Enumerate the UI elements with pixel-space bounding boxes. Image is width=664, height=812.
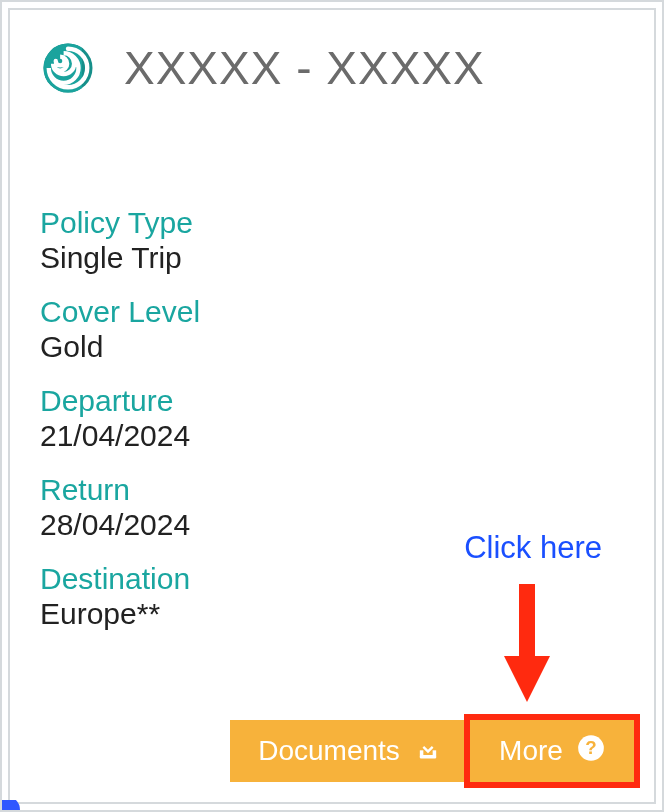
- outer-frame: XXXXX - XXXXX Policy Type Single Trip Co…: [0, 0, 664, 812]
- field-label: Departure: [40, 384, 624, 419]
- help-circle-icon: ?: [577, 734, 605, 769]
- svg-rect-7: [432, 750, 436, 756]
- page-title: XXXXX - XXXXX: [124, 41, 485, 95]
- field-label: Cover Level: [40, 295, 624, 330]
- field-value: Single Trip: [40, 241, 624, 276]
- field-cover-level: Cover Level Gold: [40, 295, 624, 364]
- documents-button-label: Documents: [258, 735, 400, 767]
- field-label: Return: [40, 473, 624, 508]
- more-button[interactable]: More ?: [470, 720, 634, 782]
- field-label: Destination: [40, 562, 624, 597]
- field-value: Gold: [40, 330, 624, 365]
- download-icon: [414, 734, 442, 769]
- svg-text:?: ?: [585, 736, 596, 757]
- brand-spiral-icon: [40, 40, 96, 96]
- svg-marker-4: [504, 656, 550, 702]
- more-button-label: More: [499, 735, 563, 767]
- svg-rect-6: [420, 750, 424, 756]
- field-destination: Destination Europe**: [40, 562, 624, 631]
- field-label: Policy Type: [40, 206, 624, 241]
- policy-card: XXXXX - XXXXX Policy Type Single Trip Co…: [8, 8, 656, 804]
- field-value: Europe**: [40, 597, 624, 632]
- card-actions: Documents More ?: [230, 720, 634, 782]
- annotation-click-here: Click here: [464, 530, 602, 566]
- field-value: 21/04/2024: [40, 419, 624, 454]
- field-policy-type: Policy Type Single Trip: [40, 206, 624, 275]
- policy-fields: Policy Type Single Trip Cover Level Gold…: [40, 206, 624, 631]
- documents-button[interactable]: Documents: [230, 720, 470, 782]
- card-header: XXXXX - XXXXX: [40, 40, 624, 96]
- field-departure: Departure 21/04/2024: [40, 384, 624, 453]
